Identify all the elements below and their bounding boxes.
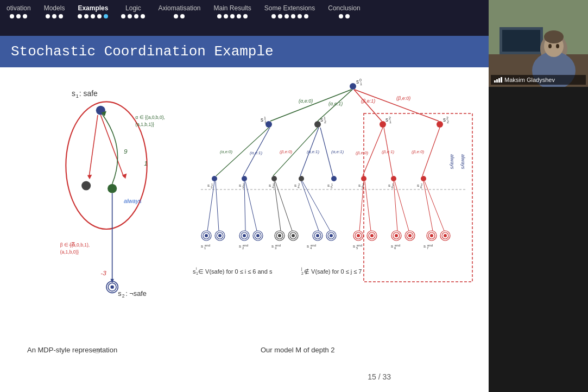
nav-item-examples[interactable]: Examples — [71, 4, 115, 18]
nav-item-logic[interactable]: Logic — [115, 4, 151, 18]
nav-dot — [217, 14, 222, 18]
nav-label-conclusion: Conclusion — [328, 4, 360, 12]
svg-text:(α,e:1): (α,e:1) — [250, 150, 263, 155]
svg-text:s: s — [201, 244, 203, 249]
edge-to-send-13 — [423, 181, 433, 231]
svg-text:s: s — [443, 117, 446, 123]
svg-text:(α,e:0): (α,e:0) — [299, 98, 313, 104]
svg-text:(β,e:0): (β,e:0) — [356, 150, 369, 155]
send-2-inner — [218, 234, 222, 237]
signal-bar-2 — [496, 79, 498, 83]
send-13-inner — [430, 234, 433, 237]
svg-text:i: i — [196, 267, 197, 270]
nav-item-some-extensions[interactable]: Some Extensions — [258, 4, 321, 18]
right-diagram-caption: Our model M of depth 2 — [261, 346, 335, 354]
nav-dots-logic — [121, 14, 145, 18]
svg-text:(α,e:1): (α,e:1) — [307, 149, 320, 154]
signal-bar-3 — [498, 78, 500, 83]
svg-text:end: end — [275, 244, 281, 247]
nav-dot — [224, 14, 228, 18]
send-6-inner — [292, 234, 295, 237]
nav-dot-active — [104, 14, 108, 18]
svg-text:s: s — [391, 244, 393, 249]
svg-text:always: always — [124, 198, 142, 204]
svg-text:(α,e:1): (α,e:1) — [331, 149, 344, 154]
svg-text:2: 2 — [421, 183, 423, 186]
svg-point-108 — [544, 30, 564, 43]
send-10-inner — [370, 234, 374, 237]
svg-text:s: s — [417, 183, 419, 188]
svg-rect-104 — [502, 30, 540, 52]
svg-text:∉ V(safe) for 0 ≤ j ≤ 7: ∉ V(safe) for 0 ≤ j ≤ 7 — [304, 268, 362, 275]
svg-text:s: s — [72, 89, 75, 98]
node-l2-5 — [331, 176, 337, 181]
signal-bars — [494, 77, 502, 83]
nav-dot — [46, 14, 50, 18]
svg-text:(β,e:1): (β,e:1) — [382, 149, 395, 154]
left-diagram-svg: s 1 : safe — [11, 73, 185, 333]
svg-text:s: s — [269, 183, 271, 188]
svg-text:α ∈ {(a,0,b,0),: α ∈ {(a,0,b,0), — [135, 115, 165, 120]
nav-item-models[interactable]: Models — [37, 4, 72, 18]
svg-text:s: s — [239, 244, 241, 249]
svg-text:-3: -3 — [100, 269, 106, 276]
nav-item-main-results[interactable]: Main Results — [207, 4, 257, 18]
webcam-panel: Maksim Gladyshev — [489, 0, 588, 392]
send-14-inner — [444, 234, 447, 237]
svg-marker-4 — [87, 175, 92, 180]
node-l2-8 — [421, 176, 426, 181]
send-4-inner — [256, 234, 260, 237]
nav-dot — [284, 14, 289, 18]
svg-text:s: s — [207, 183, 210, 188]
svg-text:end: end — [205, 244, 210, 247]
nav-label-models: Models — [44, 4, 65, 12]
nav-item-axiomatisation[interactable]: Axiomatisation — [151, 4, 207, 18]
nav-dot — [134, 14, 138, 18]
svg-text:: ¬safe: : ¬safe — [125, 289, 147, 298]
svg-text:s: s — [261, 117, 263, 123]
nav-label-some-extensions: Some Extensions — [264, 4, 315, 12]
webcam-feed: Maksim Gladyshev — [489, 0, 588, 87]
right-diagram: s 0 1 s 1 1 s 1 2 s 2 1 — [185, 73, 478, 339]
node-l2-7 — [391, 176, 396, 181]
nav-dot — [97, 14, 102, 18]
svg-text:1: 1 — [360, 82, 362, 86]
svg-text:s: s — [327, 183, 330, 188]
nav-dot — [304, 14, 308, 18]
nav-dot — [141, 14, 145, 18]
send-8-inner — [330, 234, 333, 237]
svg-text:s: s — [358, 183, 361, 188]
svg-text:: safe: : safe — [79, 89, 98, 98]
svg-text:always: always — [450, 154, 455, 169]
nav-item-conclusion[interactable]: Conclusion — [321, 4, 366, 18]
nav-dot — [91, 14, 95, 18]
edge-to-send-5 — [274, 181, 281, 231]
svg-text:end: end — [243, 244, 248, 247]
navigation-bar: otivation Models Examples Logic — [0, 0, 489, 36]
nav-dots-motivation — [10, 14, 27, 18]
arrow-red-1 — [100, 115, 124, 177]
edge-root-4 — [355, 90, 439, 121]
svg-text:1: 1 — [211, 183, 213, 186]
node-left-bottom — [81, 181, 91, 190]
nav-label-examples: Examples — [78, 4, 108, 12]
right-diagram-svg: s 0 1 s 1 1 s 1 2 s 2 1 — [185, 73, 478, 339]
node-l2-4 — [299, 176, 304, 181]
slide-area: Stochastic Coordination Example s 1 : sa… — [0, 36, 489, 392]
svg-text:1: 1 — [389, 120, 391, 124]
svg-text:(β,e:0): (β,e:0) — [412, 149, 425, 154]
edge-to-send-10 — [365, 181, 371, 231]
svg-text:(a,1,b,1)}: (a,1,b,1)} — [135, 122, 154, 127]
send-1-inner — [205, 234, 208, 237]
svg-text:(α,e:0): (α,e:0) — [220, 149, 233, 154]
nav-item-motivation[interactable]: otivation — [0, 4, 37, 18]
svg-text:2: 2 — [389, 116, 391, 120]
svg-text:end: end — [395, 244, 400, 247]
svg-text:s: s — [356, 79, 359, 85]
nav-dot — [291, 14, 295, 18]
svg-text:end: end — [311, 244, 316, 247]
send-12-inner — [408, 234, 412, 237]
nav-dot — [237, 14, 241, 18]
svg-text:end: end — [357, 244, 362, 247]
edge-to-send-3 — [244, 181, 245, 231]
